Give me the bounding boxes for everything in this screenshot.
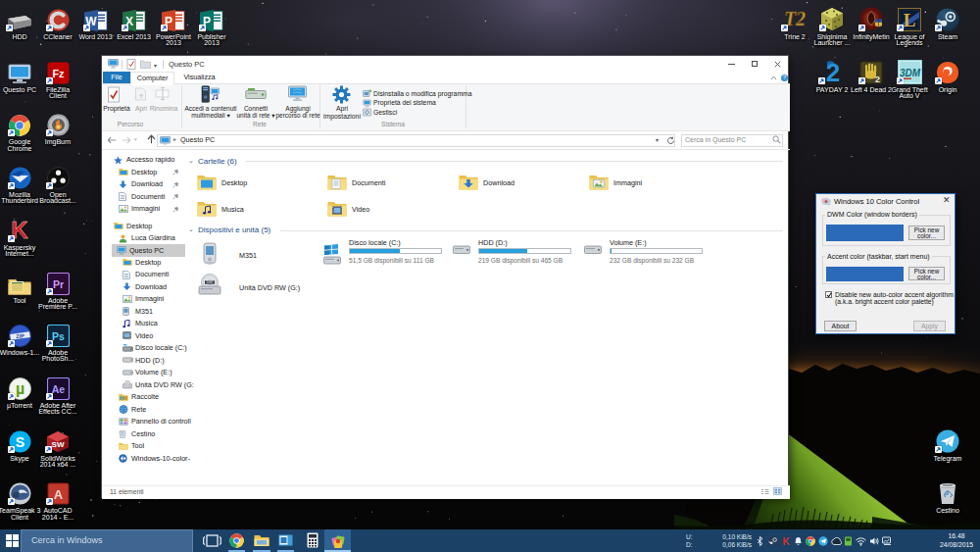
svg-text:Ae: Ae bbox=[51, 382, 65, 394]
svg-text:Pr: Pr bbox=[52, 277, 63, 289]
svg-text:Ps: Ps bbox=[52, 330, 65, 342]
svg-text:Fz: Fz bbox=[52, 68, 65, 79]
svg-text:SW: SW bbox=[52, 440, 65, 449]
svg-text:A: A bbox=[53, 487, 63, 502]
svg-text:DVD: DVD bbox=[207, 280, 214, 284]
svg-text:K: K bbox=[782, 536, 790, 546]
